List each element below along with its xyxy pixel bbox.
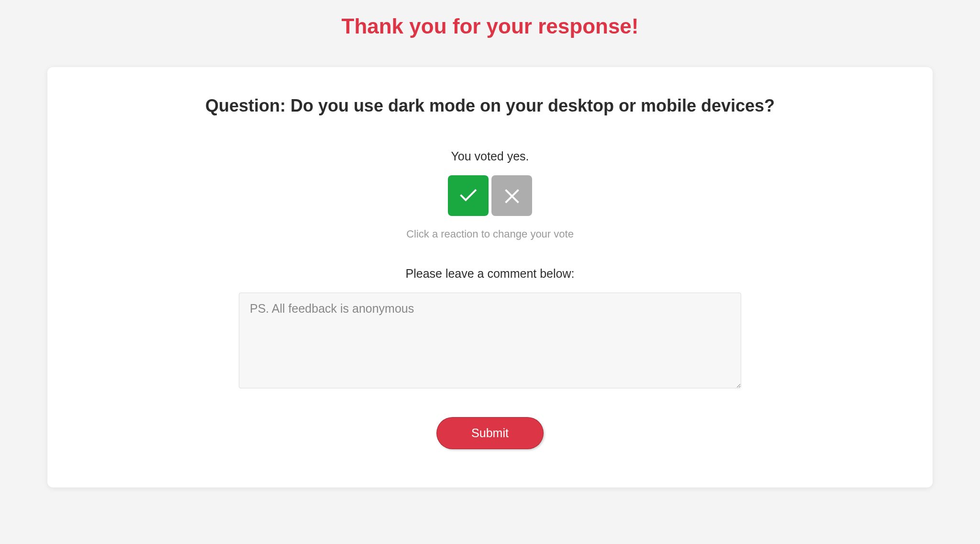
vote-yes-button[interactable] xyxy=(448,175,489,216)
response-card: Question: Do you use dark mode on your d… xyxy=(47,67,933,487)
submit-button[interactable]: Submit xyxy=(436,417,544,449)
page-title: Thank you for your response! xyxy=(342,14,639,38)
comment-label: Please leave a comment below: xyxy=(406,267,575,281)
voted-status: You voted yes. xyxy=(451,149,529,163)
close-icon xyxy=(501,184,523,207)
vote-no-button[interactable] xyxy=(491,175,532,216)
reaction-group xyxy=(448,175,532,216)
check-icon xyxy=(457,184,479,207)
comment-input[interactable] xyxy=(239,293,741,388)
question-text: Question: Do you use dark mode on your d… xyxy=(205,96,775,116)
change-vote-hint: Click a reaction to change your vote xyxy=(406,228,574,240)
